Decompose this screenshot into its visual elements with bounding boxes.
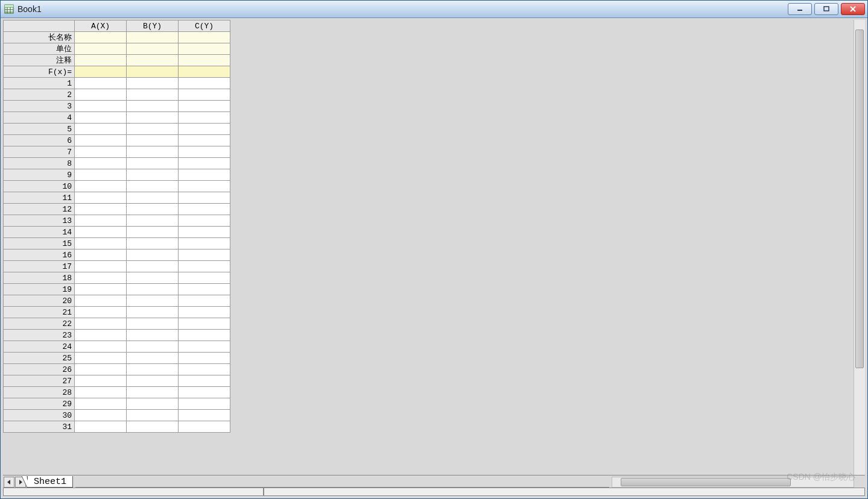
data-cell[interactable] <box>179 364 230 375</box>
units-cell[interactable] <box>179 43 230 55</box>
column-header-c[interactable]: C(Y) <box>179 20 230 32</box>
data-cell[interactable] <box>127 272 179 284</box>
data-cell[interactable] <box>179 146 230 158</box>
data-cell[interactable] <box>75 318 127 330</box>
data-cell[interactable] <box>127 295 179 307</box>
data-cell[interactable] <box>179 318 230 330</box>
data-cell[interactable] <box>179 341 230 353</box>
data-cell[interactable] <box>127 364 179 375</box>
minimize-button[interactable] <box>788 3 812 15</box>
data-cell[interactable] <box>179 250 230 261</box>
data-cell[interactable] <box>127 146 179 158</box>
vertical-scrollbar[interactable] <box>854 20 865 477</box>
column-header-b[interactable]: B(Y) <box>127 20 179 32</box>
data-cell[interactable] <box>179 261 230 272</box>
row-number[interactable]: 21 <box>4 307 75 318</box>
data-cell[interactable] <box>75 204 127 215</box>
row-number[interactable]: 9 <box>4 169 75 181</box>
data-cell[interactable] <box>179 215 230 227</box>
data-cell[interactable] <box>179 112 230 124</box>
data-cell[interactable] <box>75 284 127 295</box>
data-cell[interactable] <box>75 330 127 341</box>
row-number[interactable]: 4 <box>4 112 75 124</box>
data-cell[interactable] <box>127 89 179 101</box>
data-cell[interactable] <box>127 307 179 318</box>
data-cell[interactable] <box>127 192 179 204</box>
data-cell[interactable] <box>75 215 127 227</box>
data-cell[interactable] <box>75 421 127 433</box>
row-number[interactable]: 26 <box>4 364 75 375</box>
row-number[interactable]: 6 <box>4 135 75 146</box>
units-cell[interactable] <box>127 43 179 55</box>
data-cell[interactable] <box>75 112 127 124</box>
data-cell[interactable] <box>75 387 127 398</box>
row-number[interactable]: 13 <box>4 215 75 227</box>
row-number[interactable]: 3 <box>4 101 75 112</box>
data-cell[interactable] <box>179 227 230 238</box>
row-number[interactable]: 7 <box>4 146 75 158</box>
horizontal-scrollbar[interactable] <box>612 477 854 488</box>
data-cell[interactable] <box>127 318 179 330</box>
data-cell[interactable] <box>127 238 179 250</box>
data-cell[interactable] <box>179 169 230 181</box>
data-cell[interactable] <box>75 375 127 387</box>
data-cell[interactable] <box>179 238 230 250</box>
data-cell[interactable] <box>179 398 230 410</box>
maximize-button[interactable] <box>814 3 838 15</box>
data-cell[interactable] <box>127 284 179 295</box>
data-cell[interactable] <box>75 124 127 135</box>
data-cell[interactable] <box>179 89 230 101</box>
data-cell[interactable] <box>75 169 127 181</box>
row-number[interactable]: 16 <box>4 250 75 261</box>
data-cell[interactable] <box>75 272 127 284</box>
row-number[interactable]: 12 <box>4 204 75 215</box>
row-number[interactable]: 19 <box>4 284 75 295</box>
data-cell[interactable] <box>179 410 230 421</box>
comments-cell[interactable] <box>127 55 179 66</box>
data-cell[interactable] <box>179 78 230 89</box>
data-cell[interactable] <box>179 124 230 135</box>
data-cell[interactable] <box>127 135 179 146</box>
data-cell[interactable] <box>179 375 230 387</box>
row-number[interactable]: 23 <box>4 330 75 341</box>
data-cell[interactable] <box>75 341 127 353</box>
data-cell[interactable] <box>127 375 179 387</box>
data-cell[interactable] <box>179 204 230 215</box>
data-cell[interactable] <box>179 135 230 146</box>
data-cell[interactable] <box>127 387 179 398</box>
data-cell[interactable] <box>127 250 179 261</box>
comments-cell[interactable] <box>179 55 230 66</box>
data-cell[interactable] <box>179 307 230 318</box>
data-cell[interactable] <box>127 261 179 272</box>
data-cell[interactable] <box>75 364 127 375</box>
row-number[interactable]: 15 <box>4 238 75 250</box>
data-cell[interactable] <box>127 204 179 215</box>
row-number[interactable]: 20 <box>4 295 75 307</box>
fx-cell[interactable] <box>179 66 230 78</box>
horizontal-scroll-thumb[interactable] <box>621 478 791 486</box>
data-cell[interactable] <box>75 238 127 250</box>
data-cell[interactable] <box>127 398 179 410</box>
data-cell[interactable] <box>75 261 127 272</box>
data-cell[interactable] <box>179 421 230 433</box>
fx-cell[interactable] <box>127 66 179 78</box>
data-cell[interactable] <box>127 421 179 433</box>
data-cell[interactable] <box>75 181 127 192</box>
data-cell[interactable] <box>127 181 179 192</box>
tab-nav-prev[interactable] <box>4 477 14 488</box>
data-cell[interactable] <box>127 124 179 135</box>
title-bar[interactable]: Book1 <box>1 1 867 18</box>
comments-cell[interactable] <box>75 55 127 66</box>
data-cell[interactable] <box>75 158 127 169</box>
row-number[interactable]: 22 <box>4 318 75 330</box>
row-number[interactable]: 18 <box>4 272 75 284</box>
data-cell[interactable] <box>127 341 179 353</box>
data-cell[interactable] <box>127 215 179 227</box>
data-cell[interactable] <box>75 227 127 238</box>
row-number[interactable]: 10 <box>4 181 75 192</box>
data-cell[interactable] <box>75 250 127 261</box>
data-cell[interactable] <box>179 353 230 364</box>
data-cell[interactable] <box>75 101 127 112</box>
data-cell[interactable] <box>75 135 127 146</box>
column-header-a[interactable]: A(X) <box>75 20 127 32</box>
